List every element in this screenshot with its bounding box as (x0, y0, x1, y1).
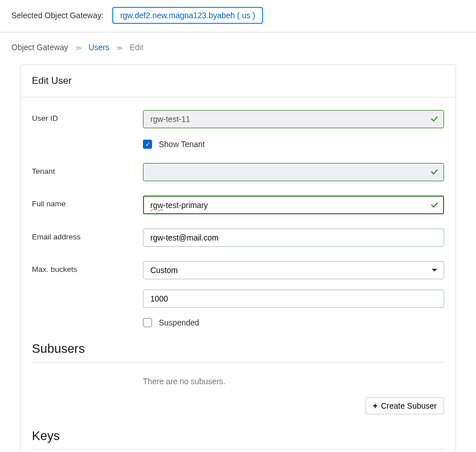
tenant-label: Tenant (32, 163, 143, 176)
create-subuser-label: Create Subuser (381, 401, 437, 410)
chevron-right-icon: ≫ (116, 44, 123, 51)
full-name-row: Full name rgw-test-primary (32, 196, 444, 214)
breadcrumb: Object Gateway ≫ Users ≫ Edit (0, 32, 476, 64)
section-divider (32, 362, 444, 363)
gateway-select[interactable]: rgw.def2.new.magna123.byabeh ( us ) (112, 7, 263, 24)
show-tenant-checkbox-row: ✓ Show Tenant (143, 140, 444, 149)
check-icon: ✓ (145, 141, 150, 148)
full-name-field[interactable]: rgw-test-primary (143, 196, 444, 214)
subusers-spacer (32, 377, 143, 381)
max-buckets-mode-select[interactable] (143, 261, 444, 279)
section-divider (32, 449, 444, 450)
create-subuser-button[interactable]: + Create Subuser (366, 397, 444, 414)
check-icon (430, 115, 439, 124)
check-icon (430, 201, 439, 210)
full-name-prefix: rgw (150, 201, 163, 210)
tenant-field (143, 163, 444, 181)
max-buckets-value-field[interactable] (143, 290, 444, 308)
full-name-suffix: -test-primary (163, 201, 208, 210)
check-icon (430, 168, 439, 177)
suspended-checkbox[interactable] (143, 318, 152, 327)
show-tenant-label: Show Tenant (159, 140, 205, 149)
suspended-checkbox-row: Suspended (143, 318, 444, 327)
max-buckets-label: Max. buckets (32, 261, 143, 274)
edit-user-card: Edit User User ID ✓ Show Tenant Tenant (20, 64, 456, 452)
keys-title: Keys (32, 429, 444, 443)
email-label: Email address (32, 229, 143, 241)
gateway-value: rgw.def2.new.magna123.byabeh ( us ) (120, 11, 255, 20)
user-id-row: User ID ✓ Show Tenant (32, 110, 444, 149)
full-name-label: Full name (32, 196, 143, 208)
keys-section: Keys S3 (32, 429, 444, 452)
gateway-selector-row: Selected Object Gateway: rgw.def2.new.ma… (0, 0, 476, 32)
email-field[interactable] (143, 229, 444, 247)
breadcrumb-current: Edit (130, 43, 143, 52)
subusers-section: Subusers There are no subusers. + Create… (32, 341, 444, 420)
breadcrumb-root: Object Gateway (11, 43, 68, 52)
max-buckets-row: Max. buckets Suspended (32, 261, 444, 327)
plus-icon: + (373, 401, 377, 410)
user-id-field (143, 110, 444, 128)
breadcrumb-users-link[interactable]: Users (88, 43, 109, 52)
suspended-label: Suspended (159, 318, 199, 327)
email-row: Email address (32, 229, 444, 247)
user-id-label: User ID (32, 110, 143, 123)
show-tenant-checkbox[interactable]: ✓ (143, 140, 152, 149)
no-subusers-text: There are no subusers. (143, 377, 444, 386)
page-title: Edit User (20, 65, 456, 97)
gateway-label: Selected Object Gateway: (11, 11, 104, 20)
chevron-right-icon: ≫ (75, 44, 82, 51)
subusers-title: Subusers (32, 341, 444, 356)
tenant-row: Tenant (32, 163, 444, 181)
